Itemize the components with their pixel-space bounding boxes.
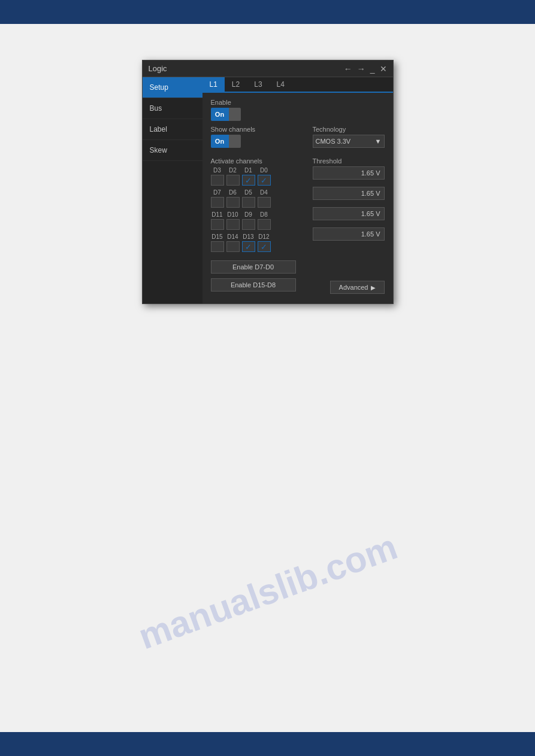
threshold-input-3[interactable]: [313, 227, 385, 241]
dialog-body: Setup Bus Label Skew L1: [143, 77, 393, 303]
checkbox-d3[interactable]: [211, 175, 224, 186]
show-channels-section: Show channels On: [211, 126, 307, 153]
technology-select[interactable]: CMOS 3.3V ▼: [313, 135, 385, 148]
checkmark-d1: ✓: [245, 177, 252, 184]
checkbox-d1[interactable]: ✓: [242, 175, 255, 186]
main-panel: L1 L2 L3 L4 Enable: [202, 77, 393, 303]
enable-d15-d8-button[interactable]: Enable D15-D8: [211, 278, 296, 292]
tab-l4[interactable]: L4: [270, 77, 292, 92]
dialog-titlebar: Logic ← → _ ✕: [143, 60, 393, 77]
checkbox-d10[interactable]: [226, 219, 240, 230]
sidebar-item-skew[interactable]: Skew: [143, 140, 202, 161]
top-bar: [0, 0, 535, 24]
ch-label-d9: D9: [242, 211, 255, 218]
checkbox-d11[interactable]: [211, 219, 224, 230]
checkbox-d7[interactable]: [211, 197, 224, 208]
technology-label: Technology: [313, 126, 385, 133]
enable-toggle-on: On: [211, 108, 229, 121]
show-channels-on: On: [211, 135, 229, 148]
checkbox-d6[interactable]: [226, 197, 240, 208]
sidebar-item-setup[interactable]: Setup: [143, 77, 202, 98]
ch-label-d14: D14: [226, 233, 240, 240]
ch-label-d12: D12: [258, 233, 271, 240]
dialog-title: Logic: [149, 64, 167, 73]
threshold-section: Threshold: [313, 157, 385, 256]
channel-group-3: D15 D14 D13 D12 ✓ ✓: [211, 233, 307, 252]
show-channels-technology-row: Show channels On Technology CMOS 3.3V ▼: [211, 126, 385, 153]
logic-dialog: Logic ← → _ ✕ Setup Bus Label: [142, 60, 394, 304]
ch-label-d15: D15: [211, 233, 224, 240]
ch-label-d1: D1: [242, 167, 255, 174]
channel-checkboxes-3: ✓ ✓: [211, 241, 307, 252]
content-area: Enable On Show channels On: [202, 93, 393, 303]
technology-section: Technology CMOS 3.3V ▼: [313, 126, 385, 153]
tab-l3[interactable]: L3: [247, 77, 269, 92]
back-button[interactable]: ←: [344, 65, 352, 73]
checkmark-d13: ✓: [245, 243, 252, 251]
channel-checkboxes-1: [211, 197, 307, 208]
tab-bar: L1 L2 L3 L4: [202, 77, 393, 93]
checkbox-d13[interactable]: ✓: [242, 241, 255, 252]
checkbox-d4[interactable]: [258, 197, 271, 208]
checkmark-d12: ✓: [261, 243, 267, 251]
threshold-label: Threshold: [313, 157, 385, 165]
channels-threshold-row: Activate channels D3 D2 D1 D0: [211, 157, 385, 256]
threshold-values: [313, 166, 385, 244]
checkmark-d0: ✓: [261, 177, 267, 184]
channel-group-0: D3 D2 D1 D0 ✓ ✓: [211, 167, 307, 186]
checkbox-d15[interactable]: [211, 241, 224, 252]
close-button[interactable]: ✕: [380, 65, 387, 73]
checkbox-d12[interactable]: ✓: [258, 241, 271, 252]
chevron-right-icon: ▶: [371, 284, 376, 291]
show-channels-slider: [229, 135, 241, 148]
checkbox-d14[interactable]: [226, 241, 240, 252]
enable-toggle-slider: [229, 108, 241, 121]
show-channels-toggle[interactable]: On: [211, 135, 241, 148]
advanced-button[interactable]: Advanced ▶: [330, 281, 385, 294]
ch-label-d13: D13: [242, 233, 255, 240]
ch-label-d8: D8: [258, 211, 271, 218]
ch-label-d7: D7: [211, 189, 224, 196]
dropdown-arrow-icon: ▼: [375, 138, 382, 145]
channel-group-2: D11 D10 D9 D8: [211, 211, 307, 230]
ch-label-d5: D5: [242, 189, 255, 196]
ch-label-d2: D2: [226, 167, 240, 174]
enable-d7-d0-button[interactable]: Enable D7-D0: [211, 260, 296, 274]
threshold-input-1[interactable]: [313, 187, 385, 200]
tab-l2[interactable]: L2: [225, 77, 247, 92]
enable-label: Enable: [211, 99, 385, 106]
ch-label-d3: D3: [211, 167, 224, 174]
channel-checkboxes-0: ✓ ✓: [211, 175, 307, 186]
watermark: manualslib.com: [133, 526, 403, 658]
tab-l1[interactable]: L1: [202, 77, 225, 92]
minimize-button[interactable]: _: [370, 65, 375, 73]
channel-labels-0: D3 D2 D1 D0: [211, 167, 307, 174]
channel-group-1: D7 D6 D5 D4: [211, 189, 307, 208]
sidebar-item-bus[interactable]: Bus: [143, 98, 202, 119]
ch-label-d6: D6: [226, 189, 240, 196]
checkbox-d8[interactable]: [258, 219, 271, 230]
ch-label-d10: D10: [226, 211, 240, 218]
checkbox-d9[interactable]: [242, 219, 255, 230]
show-channels-label: Show channels: [211, 126, 307, 133]
checkbox-d0[interactable]: ✓: [258, 175, 271, 186]
ch-label-d11: D11: [211, 211, 224, 218]
forward-button[interactable]: →: [357, 65, 365, 73]
threshold-input-2[interactable]: [313, 207, 385, 220]
bottom-bar: [0, 732, 535, 756]
ch-label-d0: D0: [258, 167, 271, 174]
activate-channels-label: Activate channels: [211, 157, 307, 165]
bottom-row: Enable D7-D0 Enable D15-D8 Advanced ▶: [211, 260, 385, 297]
sidebar: Setup Bus Label Skew: [143, 77, 202, 303]
ch-label-d4: D4: [258, 189, 271, 196]
channel-labels-3: D15 D14 D13 D12: [211, 233, 307, 240]
channel-checkboxes-2: [211, 219, 307, 230]
enable-section: Enable On: [211, 99, 385, 121]
enable-toggle[interactable]: On: [211, 108, 241, 121]
sidebar-item-label[interactable]: Label: [143, 119, 202, 140]
technology-value: CMOS 3.3V: [316, 138, 351, 145]
advanced-label: Advanced: [339, 284, 368, 291]
checkbox-d2[interactable]: [226, 175, 240, 186]
checkbox-d5[interactable]: [242, 197, 255, 208]
threshold-input-0[interactable]: [313, 166, 385, 180]
